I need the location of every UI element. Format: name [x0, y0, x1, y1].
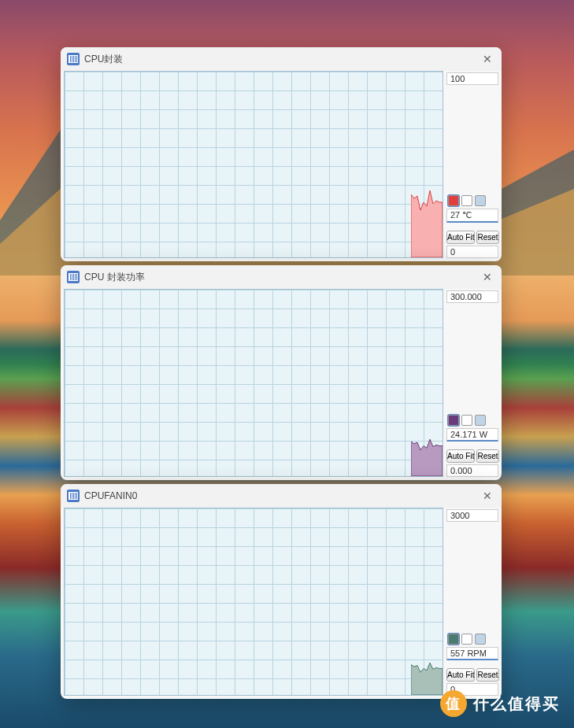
- titlebar[interactable]: CPU封装✕: [61, 47, 502, 71]
- color-swatch[interactable]: [448, 195, 459, 206]
- app-icon: [67, 271, 80, 283]
- chart-plot: [411, 657, 443, 695]
- color-swatch[interactable]: [448, 634, 459, 645]
- color-swatch[interactable]: [461, 634, 472, 645]
- watermark-badge: 值: [440, 690, 467, 717]
- side-controls: 10027 ℃Auto FitReset0: [446, 71, 502, 261]
- color-swatches: [446, 195, 498, 206]
- color-swatches: [446, 415, 498, 426]
- chart-plot: [411, 179, 443, 257]
- reset-button[interactable]: Reset: [476, 449, 498, 463]
- chart-plot: [411, 433, 443, 476]
- window-title: CPU 封装功率: [84, 271, 480, 284]
- min-value[interactable]: 0.000: [446, 464, 498, 477]
- close-icon[interactable]: ✕: [480, 269, 495, 285]
- autofit-button[interactable]: Auto Fit: [446, 668, 475, 682]
- window-title: CPU封装: [84, 53, 480, 66]
- monitor-panel-1: CPU 封装功率✕300.00024.171 WAuto FitReset0.0…: [61, 265, 502, 480]
- reset-button[interactable]: Reset: [476, 668, 498, 682]
- max-value[interactable]: 100: [446, 72, 498, 85]
- monitor-panel-0: CPU封装✕10027 ℃Auto FitReset0: [61, 47, 502, 261]
- min-value[interactable]: 0: [446, 246, 498, 258]
- chart-grid: [65, 72, 443, 257]
- window-title: CPUFANIN0: [84, 490, 480, 501]
- color-swatch[interactable]: [475, 415, 486, 426]
- color-swatch[interactable]: [461, 195, 472, 206]
- watermark: 值 什么值得买: [440, 690, 560, 717]
- app-icon: [67, 53, 80, 65]
- color-swatch[interactable]: [475, 634, 486, 645]
- titlebar[interactable]: CPUFANIN0✕: [61, 484, 502, 508]
- current-reading[interactable]: 27 ℃: [446, 209, 498, 223]
- color-swatch[interactable]: [461, 415, 472, 426]
- app-icon: [67, 490, 80, 502]
- close-icon[interactable]: ✕: [480, 51, 495, 67]
- autofit-button[interactable]: Auto Fit: [446, 449, 475, 463]
- side-controls: 300.00024.171 WAuto FitReset0.000: [446, 289, 502, 480]
- color-swatches: [446, 634, 498, 645]
- titlebar[interactable]: CPU 封装功率✕: [61, 265, 502, 289]
- current-reading[interactable]: 24.171 W: [446, 428, 498, 442]
- watermark-text: 什么值得买: [473, 693, 560, 715]
- side-controls: 3000557 RPMAuto FitReset0: [446, 508, 502, 699]
- color-swatch[interactable]: [448, 415, 459, 426]
- chart-area[interactable]: [64, 289, 443, 477]
- close-icon[interactable]: ✕: [480, 488, 495, 504]
- chart-grid: [65, 290, 443, 476]
- color-swatch[interactable]: [475, 195, 486, 206]
- chart-area[interactable]: [64, 71, 443, 258]
- chart-area[interactable]: [64, 508, 443, 696]
- chart-grid: [65, 508, 443, 695]
- autofit-button[interactable]: Auto Fit: [446, 231, 475, 244]
- monitor-panel-2: CPUFANIN0✕3000557 RPMAuto FitReset0: [61, 484, 502, 699]
- reset-button[interactable]: Reset: [476, 231, 498, 244]
- current-reading[interactable]: 557 RPM: [446, 647, 498, 660]
- max-value[interactable]: 3000: [446, 509, 498, 522]
- max-value[interactable]: 300.000: [446, 290, 498, 303]
